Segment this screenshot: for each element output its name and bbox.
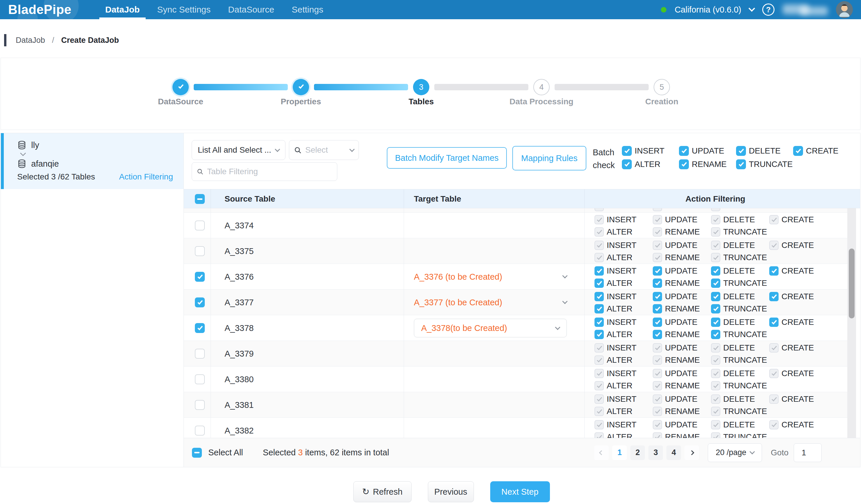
action-checkbox-insert[interactable] bbox=[594, 215, 604, 224]
action-checkbox-insert[interactable] bbox=[594, 420, 604, 430]
action-checkbox-rename[interactable] bbox=[653, 432, 662, 438]
row-checkbox[interactable] bbox=[195, 298, 205, 307]
action-checkbox-create[interactable] bbox=[769, 317, 779, 327]
action-checkbox-rename[interactable] bbox=[653, 355, 662, 365]
action-checkbox-insert[interactable] bbox=[594, 241, 604, 250]
row-checkbox[interactable] bbox=[195, 374, 205, 384]
action-checkbox-delete[interactable] bbox=[711, 241, 720, 250]
action-checkbox-alter[interactable] bbox=[594, 330, 604, 339]
batch-action-checkbox-delete[interactable] bbox=[736, 146, 746, 156]
next-step-button[interactable]: Next Step bbox=[490, 481, 550, 502]
page-size-select[interactable]: 20 /page bbox=[708, 444, 762, 462]
action-checkbox-create[interactable] bbox=[769, 215, 779, 224]
row-checkbox[interactable] bbox=[195, 400, 205, 410]
action-checkbox-delete[interactable] bbox=[711, 292, 720, 301]
action-checkbox-create[interactable] bbox=[769, 292, 779, 301]
list-mode-select[interactable]: List All and Select ... bbox=[192, 140, 285, 160]
table-filter-input[interactable] bbox=[207, 167, 332, 176]
batch-action-checkbox-insert[interactable] bbox=[622, 146, 632, 156]
page-button-2[interactable]: 2 bbox=[630, 446, 645, 460]
goto-page-input[interactable] bbox=[794, 444, 822, 462]
row-checkbox[interactable] bbox=[195, 246, 205, 256]
action-checkbox-insert[interactable] bbox=[594, 266, 604, 276]
page-button-3[interactable]: 3 bbox=[648, 446, 663, 460]
action-checkbox-create[interactable] bbox=[769, 394, 779, 404]
batch-action-checkbox-truncate[interactable] bbox=[736, 159, 746, 169]
row-checkbox[interactable] bbox=[195, 349, 205, 359]
action-checkbox-truncate[interactable] bbox=[711, 432, 720, 438]
row-checkbox[interactable] bbox=[195, 323, 205, 333]
environment-label[interactable]: California (v0.6.0) bbox=[674, 5, 741, 15]
breadcrumb-parent[interactable]: DataJob bbox=[16, 36, 45, 45]
batch-action-checkbox-alter[interactable] bbox=[622, 159, 632, 169]
action-checkbox-delete[interactable] bbox=[711, 317, 720, 327]
action-checkbox-rename[interactable] bbox=[653, 381, 662, 390]
previous-page-button[interactable] bbox=[594, 446, 609, 460]
quick-select[interactable]: Select bbox=[289, 140, 359, 160]
refresh-button[interactable]: ↻ Refresh bbox=[353, 481, 412, 502]
action-checkbox-update[interactable] bbox=[653, 317, 662, 327]
action-checkbox-update[interactable] bbox=[653, 343, 662, 353]
action-checkbox-delete[interactable] bbox=[711, 215, 720, 224]
action-checkbox-alter[interactable] bbox=[594, 432, 604, 438]
help-icon[interactable]: ? bbox=[762, 3, 775, 16]
action-checkbox-truncate[interactable] bbox=[711, 278, 720, 288]
action-checkbox-delete[interactable] bbox=[711, 394, 720, 404]
action-checkbox-alter[interactable] bbox=[594, 355, 604, 365]
action-checkbox-create[interactable] bbox=[769, 343, 779, 353]
previous-button[interactable]: Previous bbox=[428, 481, 474, 502]
nav-item-sync-settings[interactable]: Sync Settings bbox=[149, 0, 219, 19]
action-checkbox-update[interactable] bbox=[653, 420, 662, 430]
action-checkbox-create[interactable] bbox=[769, 420, 779, 430]
action-filtering-link[interactable]: Action Filtering bbox=[119, 172, 173, 181]
target-table-value[interactable]: A_3377 (to be Created) bbox=[414, 298, 502, 307]
action-checkbox-create[interactable] bbox=[769, 241, 779, 250]
action-checkbox-truncate[interactable] bbox=[711, 227, 720, 236]
action-checkbox-delete[interactable] bbox=[711, 369, 720, 378]
nav-item-settings[interactable]: Settings bbox=[283, 0, 332, 19]
action-checkbox-alter[interactable] bbox=[594, 227, 604, 236]
action-checkbox-insert[interactable] bbox=[594, 292, 604, 301]
vertical-scrollbar-track[interactable] bbox=[847, 208, 856, 438]
action-checkbox-insert[interactable] bbox=[594, 369, 604, 378]
mapping-rules-button[interactable]: Mapping Rules bbox=[512, 146, 586, 171]
next-page-button[interactable] bbox=[684, 446, 699, 460]
action-checkbox-insert[interactable] bbox=[594, 343, 604, 353]
target-table-select[interactable]: A_3378(to be Created) bbox=[414, 319, 567, 337]
row-checkbox[interactable] bbox=[195, 220, 205, 230]
action-checkbox-rename[interactable] bbox=[653, 278, 662, 288]
action-checkbox-alter[interactable] bbox=[594, 304, 604, 313]
action-checkbox-truncate[interactable] bbox=[711, 407, 720, 416]
action-checkbox-update[interactable] bbox=[653, 241, 662, 250]
batch-action-checkbox-update[interactable] bbox=[679, 146, 689, 156]
batch-modify-target-names-button[interactable]: Batch Modify Target Names bbox=[387, 147, 507, 169]
action-checkbox-update[interactable] bbox=[653, 292, 662, 301]
action-checkbox-rename[interactable] bbox=[653, 304, 662, 313]
action-checkbox-rename[interactable] bbox=[653, 407, 662, 416]
brand-logo[interactable]: BladePipe bbox=[8, 0, 71, 19]
action-checkbox-update[interactable] bbox=[653, 369, 662, 378]
action-checkbox-delete[interactable] bbox=[711, 266, 720, 276]
row-checkbox[interactable] bbox=[195, 426, 205, 436]
batch-action-checkbox-create[interactable] bbox=[793, 146, 803, 156]
row-checkbox[interactable] bbox=[195, 272, 205, 282]
avatar[interactable] bbox=[836, 1, 853, 18]
page-button-1[interactable]: 1 bbox=[612, 446, 627, 460]
action-checkbox-alter[interactable] bbox=[594, 407, 604, 416]
chevron-down-icon[interactable] bbox=[749, 5, 755, 12]
action-checkbox-insert[interactable] bbox=[594, 317, 604, 327]
action-checkbox-alter[interactable] bbox=[594, 278, 604, 288]
select-all-header-checkbox[interactable] bbox=[195, 194, 205, 204]
action-checkbox-truncate[interactable] bbox=[711, 253, 720, 262]
action-checkbox-truncate[interactable] bbox=[711, 304, 720, 313]
select-all-checkbox[interactable] bbox=[192, 448, 202, 458]
nav-item-datajob[interactable]: DataJob bbox=[96, 0, 148, 19]
vertical-scrollbar-thumb[interactable] bbox=[849, 248, 855, 318]
target-table-value[interactable]: A_3376 (to be Created) bbox=[414, 272, 502, 282]
action-checkbox-update[interactable] bbox=[653, 266, 662, 276]
nav-item-datasource[interactable]: DataSource bbox=[219, 0, 283, 19]
action-checkbox-alter[interactable] bbox=[594, 253, 604, 262]
action-checkbox-update[interactable] bbox=[653, 215, 662, 224]
action-checkbox-rename[interactable] bbox=[653, 253, 662, 262]
action-checkbox-truncate[interactable] bbox=[711, 381, 720, 390]
